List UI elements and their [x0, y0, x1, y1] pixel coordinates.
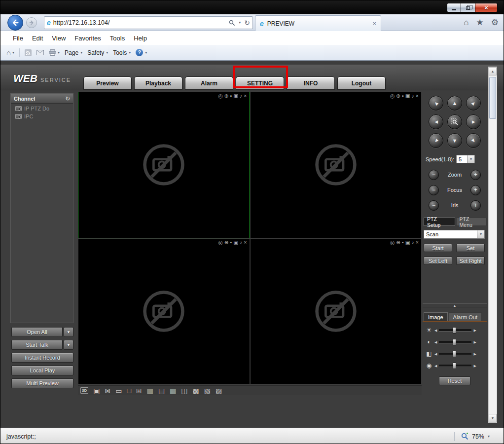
tab-ptz-menu[interactable]: PTZ Menu	[456, 218, 487, 226]
address-bar[interactable]: e http://172.16.13.104/ ▾ ↻	[44, 16, 253, 29]
decrease-arrow-icon[interactable]: ◀	[434, 329, 437, 332]
start-talk-button[interactable]: Start Talk	[11, 340, 63, 350]
print-button[interactable]: ▾	[49, 49, 60, 56]
tab-info[interactable]: INFO	[287, 76, 335, 90]
iris-open-button[interactable]: +	[470, 200, 481, 211]
scrollbar-thumb[interactable]	[489, 77, 496, 119]
start-button[interactable]: Start	[424, 244, 452, 252]
record-icon[interactable]: ▪	[230, 93, 232, 99]
focus-far-button[interactable]: +	[470, 185, 481, 195]
panel-collapse-divider[interactable]: ▲	[423, 303, 487, 307]
snapshot-icon[interactable]: ▣	[233, 240, 238, 245]
view-16-icon[interactable]: ▩	[193, 387, 199, 394]
snapshot-icon[interactable]: ▣	[405, 93, 410, 99]
open-all-button[interactable]: Open All	[11, 327, 63, 337]
tab-logout[interactable]: Logout	[337, 76, 386, 90]
view-9-icon[interactable]: ▦	[170, 387, 176, 394]
close-icon[interactable]: ×	[416, 240, 419, 245]
audio-icon[interactable]: ♪	[240, 240, 242, 245]
audio-icon[interactable]: ♪	[412, 93, 414, 99]
view-13-icon[interactable]: ◫	[181, 387, 187, 394]
channel-item-ip-ptz[interactable]: IP PTZ Do	[11, 104, 73, 111]
zoom-in-icon[interactable]: ⊕	[224, 93, 229, 99]
zoom-in-icon[interactable]: ⊕	[396, 93, 400, 99]
back-button[interactable]	[7, 15, 23, 31]
tools-menu-button[interactable]: Tools ▾	[113, 49, 131, 56]
video-pane-4[interactable]: ◎ ⊕ ▪ ▣ ♪ ×	[250, 238, 422, 385]
feed-button[interactable]	[25, 49, 32, 56]
slider-thumb[interactable]	[453, 327, 456, 333]
slider-thumb[interactable]	[453, 363, 456, 369]
focus-near-button[interactable]: −	[429, 185, 439, 195]
zoom-dropdown-icon[interactable]: ▾	[488, 435, 490, 439]
increase-arrow-icon[interactable]: ▶	[473, 364, 476, 368]
tab-ptz-setup[interactable]: PTZ Setup	[424, 218, 455, 226]
help-menu-button[interactable]: ? ▾	[136, 49, 147, 56]
increase-arrow-icon[interactable]: ▶	[473, 329, 476, 332]
tab-playback[interactable]: Playback	[134, 76, 182, 90]
increase-arrow-icon[interactable]: ▶	[473, 340, 476, 344]
scroll-up-button[interactable]: ▲	[489, 67, 497, 75]
refresh-icon[interactable]: ↻	[244, 19, 250, 26]
menu-help[interactable]: Help	[129, 35, 151, 42]
record-icon[interactable]: ▪	[402, 240, 404, 245]
audio-icon[interactable]: ♪	[412, 240, 414, 245]
close-icon[interactable]: ×	[244, 240, 247, 245]
saturation-slider[interactable]	[439, 353, 471, 355]
settings-gear-icon[interactable]: ⚙	[491, 18, 499, 27]
home-icon[interactable]: ⌂	[464, 18, 468, 27]
open-all-dropdown-button[interactable]: ▼	[64, 327, 73, 337]
view-25-icon[interactable]: ▨	[216, 387, 222, 394]
ptz-down-left-button[interactable]: ▲	[429, 133, 443, 148]
refresh-channels-icon[interactable]: ↻	[65, 95, 70, 102]
tab-alarm[interactable]: Alarm	[185, 76, 233, 90]
ptz-up-right-button[interactable]: ▲	[466, 96, 481, 111]
video-pane-1[interactable]: ◎ ⊕ ▪ ▣ ♪ ×	[78, 92, 250, 238]
iris-close-button[interactable]: −	[429, 200, 439, 211]
forward-button[interactable]	[26, 17, 37, 28]
eye-icon[interactable]: ◎	[390, 240, 395, 245]
search-icon[interactable]	[229, 20, 235, 26]
ptz-up-button[interactable]: ▲	[447, 96, 462, 111]
ptz-position-button[interactable]	[447, 114, 462, 129]
ptz-up-left-button[interactable]: ▲	[429, 96, 443, 111]
read-mail-button[interactable]	[36, 50, 44, 55]
snapshot-icon[interactable]: ▣	[405, 240, 410, 245]
close-window-button[interactable]: ×	[475, 3, 498, 12]
zoom-in-icon[interactable]: ⊕	[396, 240, 400, 245]
slider-thumb[interactable]	[453, 351, 456, 357]
ptz-down-button[interactable]: ▼	[447, 133, 462, 148]
view-1-icon[interactable]: □	[127, 387, 131, 394]
view-8-icon[interactable]: ▤	[158, 387, 165, 394]
instant-record-button[interactable]: Instant Record	[11, 353, 73, 363]
close-icon[interactable]: ×	[416, 93, 419, 99]
video-pane-2[interactable]: ◎ ⊕ ▪ ▣ ♪ ×	[250, 92, 422, 238]
decrease-arrow-icon[interactable]: ◀	[434, 340, 437, 344]
quality-icon[interactable]: 3D	[80, 387, 88, 394]
view-6-icon[interactable]: ▥	[147, 387, 153, 394]
eye-icon[interactable]: ◎	[218, 240, 222, 245]
record-icon[interactable]: ▪	[402, 93, 404, 99]
local-play-button[interactable]: Local Play	[11, 366, 73, 375]
contrast-slider[interactable]	[439, 341, 471, 343]
browser-tab[interactable]: e PREVIEW ×	[255, 15, 381, 31]
ptz-down-right-button[interactable]: ▲	[466, 133, 481, 148]
tab-alarm-out[interactable]: Alarm Out	[449, 312, 482, 321]
set-right-button[interactable]: Set Right	[456, 257, 485, 265]
audio-icon[interactable]: ♪	[240, 93, 242, 99]
hue-slider[interactable]	[439, 365, 471, 367]
page-menu-button[interactable]: Page ▾	[65, 49, 82, 56]
original-size-icon[interactable]: ▣	[93, 387, 100, 394]
menu-tools[interactable]: Tools	[106, 35, 129, 42]
view-20-icon[interactable]: ▧	[204, 387, 211, 394]
set-left-button[interactable]: Set Left	[424, 257, 452, 265]
page-scrollbar[interactable]: ▲ ▼	[488, 67, 497, 423]
ptz-function-select[interactable]: Scan ▾	[424, 230, 485, 239]
zoom-in-button[interactable]: +	[470, 170, 481, 180]
set-button[interactable]: Set	[456, 244, 485, 252]
menu-edit[interactable]: Edit	[28, 35, 47, 42]
tab-preview[interactable]: Preview	[83, 76, 132, 90]
channel-item-ipc[interactable]: IPC	[11, 111, 73, 119]
menu-file[interactable]: File	[8, 35, 28, 42]
zoom-control[interactable]: 75% ▾	[454, 432, 498, 441]
